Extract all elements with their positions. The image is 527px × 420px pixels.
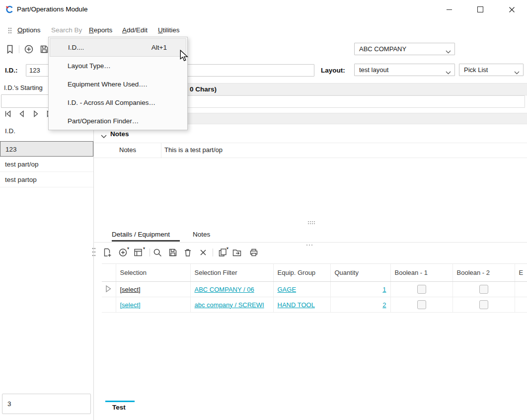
print-button[interactable] — [249, 248, 259, 257]
boolean-1-checkbox[interactable] — [417, 285, 426, 294]
quantity-cell: 1 — [330, 282, 390, 297]
menu-shortcut: Alt+1 — [151, 39, 167, 56]
company-select[interactable]: ABC COMPANY — [354, 43, 455, 55]
bookmark-button[interactable] — [5, 44, 15, 54]
equip-group-link[interactable]: GAGE — [278, 286, 297, 293]
chevron-down-icon — [446, 48, 451, 55]
export-icon — [232, 248, 242, 257]
grid-header[interactable]: Selection — [116, 264, 190, 282]
tab-notes[interactable]: Notes — [193, 229, 210, 241]
notes-row-top-border — [94, 143, 527, 143]
close-icon — [509, 7, 515, 12]
grid-header[interactable]: Boolean - 2 — [452, 264, 515, 282]
selection-link[interactable]: [select] — [120, 286, 141, 293]
current-row-icon — [106, 285, 111, 292]
add-record-button[interactable] — [24, 44, 34, 54]
tab-details-equipment[interactable]: Details / Equipment — [112, 229, 170, 241]
equip-group-link[interactable]: HAND TOOL — [278, 301, 315, 309]
copy-rows-button[interactable] — [218, 248, 227, 257]
notes-field-label: Notes — [119, 146, 136, 154]
layout-view-icon — [133, 248, 143, 257]
list-item[interactable]: test partop — [0, 172, 93, 187]
new-row-button[interactable] — [102, 248, 112, 257]
add-row-button[interactable] — [118, 248, 128, 257]
splitter-handle[interactable] — [307, 219, 315, 226]
minimize-icon — [447, 9, 452, 10]
toolbar-separator — [19, 45, 19, 53]
boolean-2-checkbox[interactable] — [479, 300, 488, 309]
picklist-select[interactable]: Pick List — [459, 64, 524, 76]
grid-header[interactable]: Quantity — [330, 264, 390, 282]
row-selector[interactable] — [102, 282, 116, 297]
cancel-button[interactable] — [198, 248, 208, 257]
list-item[interactable]: test part/op — [0, 157, 93, 172]
boolean-2-cell — [452, 282, 515, 297]
chevron-down-icon — [101, 135, 107, 139]
first-record-icon — [3, 109, 13, 119]
save-record-button[interactable] — [39, 44, 49, 54]
delete-icon — [183, 248, 193, 257]
first-record-button[interactable] — [3, 109, 13, 119]
row-selector[interactable] — [102, 297, 116, 313]
menu-utilities[interactable]: Utilities — [158, 24, 180, 37]
notes-field-value[interactable]: This is a test part/op — [164, 146, 223, 154]
save-row-button[interactable] — [168, 248, 178, 257]
panel-splitter-handle[interactable] — [306, 241, 313, 248]
maximize-button[interactable] — [469, 0, 492, 19]
bookmark-icon — [5, 44, 15, 54]
dropdown-arrow-icon[interactable]: ▾ — [143, 246, 145, 251]
grid-header[interactable]: E — [515, 264, 527, 282]
quantity-link[interactable]: 1 — [382, 286, 386, 293]
save-icon — [168, 248, 178, 257]
minimize-button[interactable] — [438, 0, 460, 19]
selection-filter-cell: abc company / SCREWI — [190, 297, 273, 313]
next-record-button[interactable] — [31, 109, 41, 119]
search-button[interactable] — [152, 248, 162, 257]
list-item[interactable]: 123 — [0, 141, 93, 157]
layout-select[interactable]: test layout — [354, 64, 455, 76]
notes-section-title: Notes — [110, 130, 129, 138]
notes-collapse-button[interactable] — [101, 133, 107, 140]
menubar-grip-icon[interactable] — [8, 27, 12, 35]
boolean-1-cell — [390, 297, 452, 313]
selection-filter-link[interactable]: abc company / SCREWI — [195, 301, 264, 309]
dropdown-arrow-icon[interactable]: ▾ — [127, 246, 129, 251]
delete-row-button[interactable] — [183, 248, 193, 257]
grid-header[interactable]: Boolean - 1 — [390, 264, 452, 282]
menu-item-id[interactable]: I.D.... Alt+1 — [50, 38, 186, 57]
tab-test[interactable]: Test — [112, 404, 126, 411]
id-column-header: I.D. — [5, 127, 15, 135]
record-count: 3 — [2, 394, 91, 414]
close-button[interactable] — [500, 0, 523, 19]
grid-header[interactable]: Selection Filter — [190, 264, 273, 282]
titlebar: Part/Operations Module — [0, 0, 527, 19]
search-by-menu: I.D.... Alt+1 Layout Type… Equipment Whe… — [48, 37, 188, 130]
boolean-1-checkbox[interactable] — [417, 300, 426, 309]
equipment-grid: Selection Selection Filter Equip. Group … — [102, 263, 527, 313]
toolbar-separator — [213, 249, 213, 256]
layout-view-button[interactable] — [133, 248, 143, 257]
menu-search-by[interactable]: Search By — [51, 24, 82, 37]
previous-record-button[interactable] — [17, 109, 27, 119]
layout-select-value: test layout — [359, 64, 388, 76]
menu-item-part-operation-finder[interactable]: Part/Operation Finder… — [50, 112, 186, 130]
detail-toolbar-grip-icon[interactable] — [92, 247, 96, 258]
menu-options[interactable]: Options — [17, 24, 41, 37]
grid-header-selector — [102, 264, 116, 282]
boolean-2-checkbox[interactable] — [479, 285, 488, 294]
selection-filter-link[interactable]: ABC COMPANY / 06 — [195, 286, 254, 293]
menu-item-layout-type[interactable]: Layout Type… — [50, 57, 186, 75]
previous-record-icon — [17, 109, 27, 119]
dropdown-arrow-icon[interactable]: ▾ — [226, 246, 228, 251]
selection-link[interactable]: [select] — [120, 301, 141, 309]
bottom-tab-accent — [105, 401, 135, 402]
menu-reports[interactable]: Reports — [89, 24, 112, 37]
export-button[interactable] — [232, 248, 242, 257]
menu-add-edit[interactable]: Add/Edit — [122, 24, 148, 37]
menu-item-id-across-all-companies[interactable]: I.D. - Across All Companies… — [50, 93, 186, 112]
quantity-link[interactable]: 2 — [382, 301, 386, 309]
menu-item-equipment-where-used[interactable]: Equipment Where Used…. — [50, 75, 186, 93]
grid-header[interactable]: Equip. Group — [273, 264, 330, 282]
add-dropdown-icon — [118, 248, 128, 257]
boolean-2-cell — [452, 297, 515, 313]
